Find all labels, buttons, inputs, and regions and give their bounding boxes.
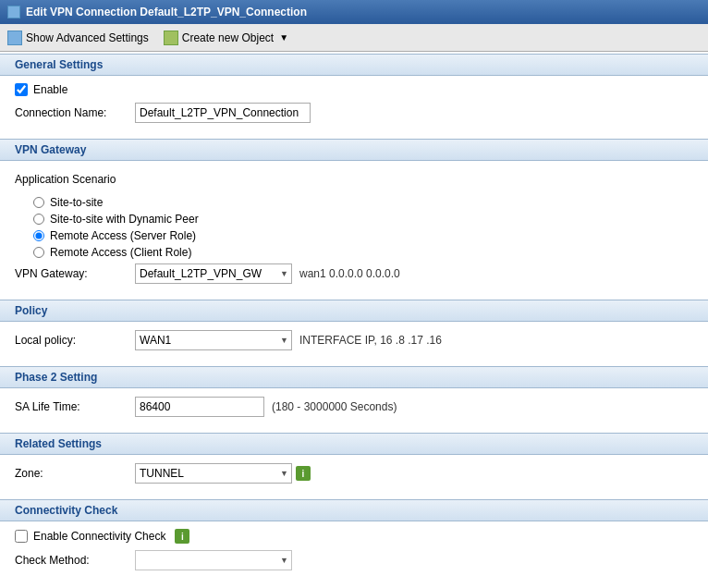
check-method-label: Check Method: [15, 554, 135, 567]
enable-connectivity-row: Enable Connectivity Check i [15, 529, 693, 544]
connection-name-row: Connection Name: [15, 102, 693, 124]
main-content: General Settings Enable Connection Name:… [0, 52, 708, 588]
policy-content: Local policy: WAN1 INTERFACE IP, 16 .8 .… [0, 322, 708, 364]
enable-label[interactable]: Enable [33, 83, 67, 96]
radio-site-dynamic: Site-to-site with Dynamic Peer [33, 213, 693, 226]
radio-remote-server: Remote Access (Server Role) [33, 229, 693, 242]
zone-label: Zone: [15, 467, 135, 480]
title-bar-text: Edit VPN Connection Default_L2TP_VPN_Con… [26, 6, 307, 18]
policy-header: Policy [0, 300, 708, 322]
zone-select-wrapper: TUNNEL [135, 463, 292, 484]
vpn-gateway-info: wan1 0.0.0.0 0.0.0.0 [299, 267, 400, 280]
connection-name-label: Connection Name: [15, 106, 135, 119]
connectivity-check-content: Enable Connectivity Check i Check Method… [0, 521, 708, 584]
connectivity-check-header: Connectivity Check [0, 499, 708, 521]
show-advanced-label: Show Advanced Settings [26, 31, 149, 44]
check-method-select-wrapper [135, 550, 292, 570]
phase2-content: SA Life Time: (180 - 3000000 Seconds) [0, 388, 708, 431]
local-policy-select-wrapper: WAN1 [135, 330, 292, 350]
radio-remote-client-input[interactable] [33, 247, 44, 258]
advanced-settings-icon [7, 31, 22, 45]
general-settings-content: Enable Connection Name: [0, 76, 708, 137]
connectivity-info-icon[interactable]: i [175, 529, 189, 544]
create-new-object-button[interactable]: Create new Object ▼ [164, 31, 288, 45]
related-settings-content: Zone: TUNNEL i [0, 455, 708, 497]
vpn-gateway-row: VPN Gateway: Default_L2TP_VPN_GW wan1 0.… [15, 263, 693, 285]
general-settings-header: General Settings [0, 54, 708, 76]
enable-checkbox[interactable] [15, 83, 28, 96]
radio-remote-server-label[interactable]: Remote Access (Server Role) [50, 229, 196, 242]
vpn-gateway-header: VPN Gateway [0, 139, 708, 161]
enable-connectivity-checkbox[interactable] [15, 530, 28, 543]
local-policy-row: Local policy: WAN1 INTERFACE IP, 16 .8 .… [15, 329, 693, 351]
connection-name-input[interactable] [135, 103, 311, 123]
local-policy-info: INTERFACE IP, 16 .8 .17 .16 [299, 334, 442, 347]
title-bar-icon [7, 6, 20, 18]
vpn-gateway-label: VPN Gateway: [15, 267, 135, 280]
radio-group: Site-to-site Site-to-site with Dynamic P… [15, 196, 693, 259]
radio-site-to-site: Site-to-site [33, 196, 693, 209]
related-settings-header: Related Settings [0, 433, 708, 455]
radio-site-dynamic-label[interactable]: Site-to-site with Dynamic Peer [50, 213, 199, 226]
title-bar: Edit VPN Connection Default_L2TP_VPN_Con… [0, 0, 708, 24]
app-scenario-label: Application Scenario [15, 173, 135, 186]
local-policy-label: Local policy: [15, 334, 135, 347]
radio-remote-server-input[interactable] [33, 230, 44, 241]
local-policy-select[interactable]: WAN1 [135, 330, 292, 350]
phase2-header: Phase 2 Setting [0, 366, 708, 388]
sa-life-input[interactable] [135, 397, 264, 417]
zone-row: Zone: TUNNEL i [15, 462, 693, 484]
vpn-gateway-content: Application Scenario Site-to-site Site-t… [0, 161, 708, 298]
radio-site-dynamic-input[interactable] [33, 214, 44, 225]
check-method-row: Check Method: [15, 549, 693, 571]
check-method-select[interactable] [135, 550, 292, 570]
enable-connectivity-label[interactable]: Enable Connectivity Check [33, 530, 165, 543]
app-scenario-row: Application Scenario [15, 168, 693, 190]
sa-life-row: SA Life Time: (180 - 3000000 Seconds) [15, 396, 693, 418]
create-new-label: Create new Object [182, 31, 274, 44]
show-advanced-button[interactable]: Show Advanced Settings [7, 31, 149, 45]
create-object-icon [164, 31, 178, 45]
sa-life-hint: (180 - 3000000 Seconds) [272, 400, 397, 413]
radio-remote-client: Remote Access (Client Role) [33, 246, 693, 259]
enable-row: Enable [15, 83, 693, 96]
radio-remote-client-label[interactable]: Remote Access (Client Role) [50, 246, 191, 259]
vpn-gateway-select[interactable]: Default_L2TP_VPN_GW [135, 263, 292, 284]
vpn-gateway-select-wrapper: Default_L2TP_VPN_GW [135, 263, 292, 284]
sa-life-label: SA Life Time: [15, 400, 135, 413]
radio-site-to-site-label[interactable]: Site-to-site [50, 196, 103, 209]
zone-select[interactable]: TUNNEL [135, 463, 292, 484]
zone-info-icon[interactable]: i [296, 466, 311, 481]
toolbar: Show Advanced Settings Create new Object… [0, 24, 708, 52]
dropdown-arrow-icon: ▼ [279, 32, 288, 43]
radio-site-to-site-input[interactable] [33, 197, 44, 208]
